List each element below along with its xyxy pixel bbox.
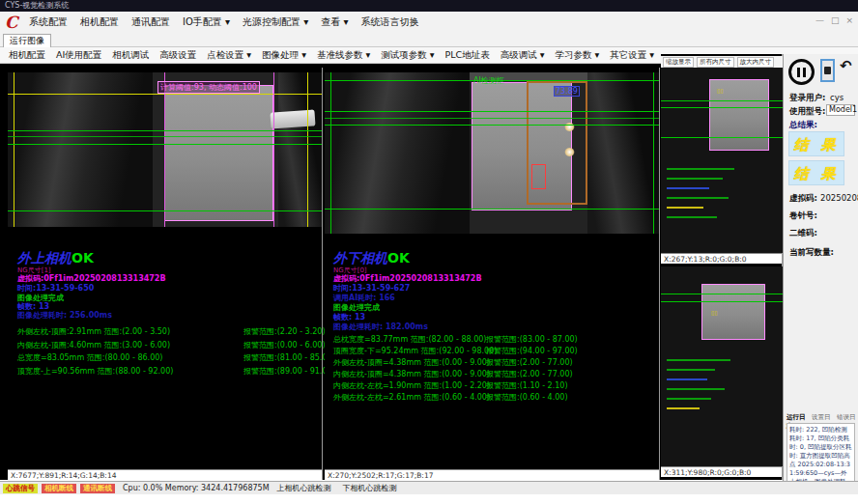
alarm-range: 报警范围:(2.00 - 77.00) [486, 357, 573, 368]
elapsed-line: 图像处理耗时: 182.00ms [333, 322, 428, 332]
toolbar-item-2[interactable]: 相机调试 [112, 49, 149, 62]
measure-row: 外侧左枕-左枕=2.61mm 范围:(0.60 - 4.00)报警范围:(0.6… [333, 392, 652, 404]
measure-value: 内侧左枕-顶圈:4.60mm 范围:(3.00 - 6.00) [17, 340, 170, 350]
measure-value: 总宽度=83.05mm 范围:(80.00 - 86.00) [17, 352, 162, 363]
undo-arrow-button[interactable]: ↶ [840, 57, 852, 74]
measure-value: 内侧左枕-左枕=1.90mm 范围:(1.00 - 2.20) [333, 380, 490, 391]
roi-line [164, 72, 165, 227]
measure-row: 顶圈宽度-下=95.24mm 范围:(92.00 - 98.00)报警范围:(9… [333, 346, 652, 357]
toolbar-item-1[interactable]: AI使用配置 [56, 49, 101, 62]
thumb-tab-1[interactable]: 所有内尺寸 [697, 57, 734, 68]
measure-line [661, 100, 783, 101]
tab-run-image[interactable]: 运行图像 [3, 34, 51, 47]
toolbar-item-9[interactable]: 高级调试 ▾ [500, 49, 545, 62]
login-user-label: 登录用户: [789, 93, 825, 104]
mini-label: ▯▯ [711, 309, 718, 316]
total-result-label: 总结果: [789, 120, 817, 131]
needle-label: 卷针号: [789, 210, 817, 222]
elapsed-line: 图像处理耗时: 256.00ms [17, 310, 112, 321]
measure-line [8, 130, 322, 131]
toolbar-item-7[interactable]: 测试项参数 ▾ [381, 49, 434, 62]
ai-box-label: AI检测框 [473, 75, 504, 86]
measure-line [661, 107, 783, 108]
menu-item-0[interactable]: 系统配置 [29, 15, 68, 29]
result-ok-label: OK [387, 250, 410, 266]
app-logo-icon: C [5, 13, 18, 32]
status-link-1[interactable]: 下相机心跳检测 [343, 483, 397, 493]
status-badges: 心跳信号相机断线通讯断线 [3, 484, 115, 493]
menu-item-2[interactable]: 通讯配置 [131, 15, 170, 29]
menu-items: 系统配置相机配置通讯配置IO手配置 ▾光源控制配置 ▾查看 ▾系统语言切换 [29, 12, 418, 33]
camera-lock-button[interactable] [820, 59, 835, 82]
mini-text-line [667, 178, 723, 180]
pause-button[interactable] [788, 59, 815, 85]
close-button[interactable]: × [845, 15, 853, 25]
toolbar-item-11[interactable]: 其它设置 ▾ [610, 49, 654, 62]
tab-strip: 运行图像 [0, 33, 858, 47]
menu-item-6[interactable]: 系统语言切换 [360, 15, 418, 29]
measure-row: 顶宽度-上=90.56mm 范围:(88.00 - 92.00)报警范围:(89… [17, 366, 317, 379]
measure-row: 总枕宽度=83.77mm 范围:(82.00 - 88.00)报警范围:(83.… [333, 334, 652, 346]
menu-item-1[interactable]: 相机配置 [80, 15, 119, 29]
measure-value: 外侧左枕-顶圈:2.91mm 范围:(2.00 - 3.50) [17, 326, 170, 337]
camera-icon [824, 67, 831, 74]
measure-value: 外侧左枕-顶圈=4.38mm 范围:(0.00 - 9.00) [333, 357, 490, 368]
measure-line [8, 210, 322, 211]
toolbar-item-4[interactable]: 点检设置 ▾ [207, 49, 251, 62]
toolbar-item-0[interactable]: 相机配置 [9, 49, 45, 62]
thumbnail-view-top[interactable]: ▯▯ [661, 68, 783, 253]
toolbar-item-3[interactable]: 高级设置 [159, 49, 196, 62]
menu-item-4[interactable]: 光源控制配置 ▾ [243, 15, 308, 29]
measure-line [325, 125, 659, 126]
qr-label: 二维码: [789, 228, 817, 239]
machinery-background [8, 72, 153, 227]
threshold-overlay: 计算阈值:93, 动态阈值:100 [157, 81, 260, 94]
status-link-0[interactable]: 上相机心跳检测 [277, 483, 331, 493]
measure-row: 外侧左枕-顶圈:2.91mm 范围:(2.00 - 3.50)报警范围:(2.2… [17, 326, 317, 340]
connector-object [270, 109, 315, 128]
mini-label: ▯▯ [717, 87, 724, 94]
minimize-button[interactable]: — [815, 15, 824, 25]
toolbar-item-10[interactable]: 学习参数 ▾ [555, 49, 599, 62]
mini-text-line [667, 207, 703, 209]
thumb-tab-2[interactable]: 放大内尺寸 [737, 57, 775, 68]
defect-rect [531, 164, 546, 189]
alarm-range: 报警范围:(0.00 - 6.00) [243, 340, 326, 350]
alarm-range: 报警范围:(89.00 - 91.00) [243, 366, 335, 377]
measure-line [325, 118, 659, 119]
toolbar-item-8[interactable]: PLC地址表 [445, 49, 490, 62]
toolbar-item-5[interactable]: 图像处理 ▾ [262, 49, 306, 62]
guide-line [307, 72, 308, 227]
menu-item-5[interactable]: 查看 ▾ [321, 15, 348, 29]
mini-text-line [667, 197, 729, 199]
alarm-range: 报警范围:(2.00 - 77.00) [486, 369, 573, 379]
result-ok-label: OK [72, 250, 94, 266]
measure-line [8, 136, 322, 137]
maximize-button[interactable]: □ [831, 15, 840, 25]
mini-text-line [667, 369, 715, 371]
vcode-label: 虚拟码: [789, 193, 817, 205]
title-bar: CYS-视觉检测系统 [0, 0, 858, 12]
thumbnail-view-bottom[interactable]: ▯▯ [661, 266, 783, 466]
ai-score-tag: 73.89 [554, 86, 580, 97]
measure-value: 顶宽度-上=90.56mm 范围:(88.00 - 92.00) [17, 366, 173, 377]
camera-image-lower[interactable]: AI检测框 73.89 [325, 72, 659, 234]
measure-row: 外侧左枕-顶圈=4.38mm 范围:(0.00 - 9.00)报警范围:(2.0… [333, 357, 652, 369]
status-badge-0: 心跳信号 [3, 484, 38, 493]
measure-line [661, 137, 783, 138]
window-title: CYS-视觉检测系统 [5, 1, 69, 10]
menu-bar: C 系统配置相机配置通讯配置IO手配置 ▾光源控制配置 ▾查看 ▾系统语言切换 … [0, 12, 858, 33]
model-value-box[interactable]: Model1 [826, 104, 855, 116]
heartbeat-links: 上相机心跳检测下相机心跳检测 [277, 483, 397, 493]
status-badge-1: 相机断线 [42, 484, 76, 493]
window-controls: — □ × [815, 15, 853, 25]
alarm-range: 报警范围:(0.60 - 4.00) [486, 392, 568, 403]
pixel-coord-readout: X:267;Y:13;R:0;G:0;B:0 [661, 253, 782, 264]
thumb-tab-0[interactable]: 缩放显示 [663, 57, 694, 68]
toolbar-item-6[interactable]: 基准线参数 ▾ [317, 49, 370, 62]
product-roi [164, 85, 273, 221]
camera-image-upper[interactable]: 计算阈值:93, 动态阈值:100 [8, 72, 322, 227]
measure-row: 内侧左枕-左枕=1.90mm 范围:(1.00 - 2.20)报警范围:(1.1… [333, 380, 652, 392]
measure-line [661, 301, 783, 302]
menu-item-3[interactable]: IO手配置 ▾ [183, 15, 230, 29]
